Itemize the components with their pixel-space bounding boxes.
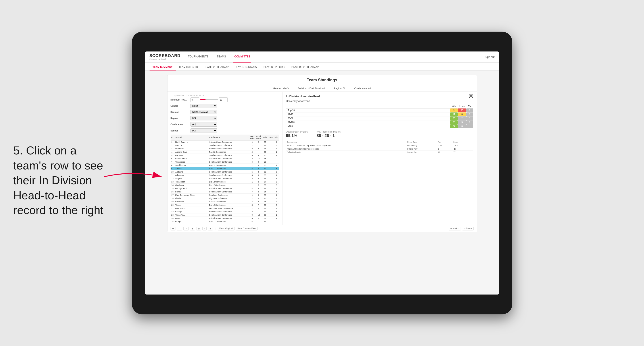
tournament-pos: Loss xyxy=(437,144,452,147)
watch-button[interactable]: 👁 Watch xyxy=(449,227,461,230)
nav-committee[interactable]: COMMITTEE xyxy=(234,51,251,62)
division-select[interactable]: NCAA Division I xyxy=(190,110,217,114)
tournaments-table: Tournament Event Type Pos Score Jackson … xyxy=(286,140,473,154)
row-num: 1 xyxy=(170,141,174,144)
win: 1 xyxy=(274,213,279,217)
slider-bar[interactable] xyxy=(200,99,218,100)
sub-nav-team-h2h-grid[interactable]: TEAM H2H GRID xyxy=(176,64,201,70)
table-row[interactable]: 8 Washington Pac-12 Conference 2 8 23 1 xyxy=(170,164,279,167)
table-row[interactable]: 9 Arizona Pac-12 Conference 5 8 22 3 xyxy=(170,167,279,170)
h2h-range: 26-50 xyxy=(286,116,450,120)
gender-select[interactable]: Men's xyxy=(190,104,217,108)
table-row[interactable]: 21 New Mexico Mountain West Conference 1… xyxy=(170,207,279,210)
sub-nav-team-h2h-heatmap[interactable]: TEAM H2H HEATMAP xyxy=(201,64,232,70)
table-row[interactable]: 2 Auburn Southeastern Conference 1 27 6 xyxy=(170,144,279,147)
tour xyxy=(268,213,274,217)
tour xyxy=(268,217,274,220)
col-num: # xyxy=(170,135,174,141)
table-row[interactable]: 15 Georgia Tech Atlantic Coast Conferenc… xyxy=(170,187,279,190)
sub-nav-player-summary[interactable]: PLAYER SUMMARY xyxy=(232,64,260,70)
school-name: East Tennessee State xyxy=(174,193,208,197)
conf-rank: 8 xyxy=(256,193,262,197)
h2h-tie: 0 xyxy=(466,109,473,112)
forward-button[interactable]: → xyxy=(184,227,189,230)
win: 2 xyxy=(274,200,279,203)
share-icon: ↗ xyxy=(464,227,466,230)
table-row[interactable]: 6 Florida State Atlantic Coast Conferenc… xyxy=(170,157,279,161)
tournament-score: -17 xyxy=(452,147,473,151)
h2h-win: 20 xyxy=(450,120,458,124)
table-row[interactable]: 18 Illinois Big Ten Conference 1 9 23 3 xyxy=(170,197,279,200)
conference-name: Southeastern Conference xyxy=(208,170,249,174)
h2h-close-button[interactable]: ✕ xyxy=(469,94,473,98)
max-rounds-input[interactable] xyxy=(219,97,228,102)
table-row[interactable]: 17 East Tennessee State Southern Confere… xyxy=(170,193,279,197)
win: 3 xyxy=(274,167,279,170)
row-num: 2 xyxy=(170,144,174,147)
download-button[interactable]: ↓ xyxy=(202,227,207,230)
watch-label: Watch xyxy=(453,227,459,230)
sub-nav-player-h2h-heatmap[interactable]: PLAYER H2H HEATMAP xyxy=(288,64,322,70)
table-row[interactable]: 13 Texas Tech Big 12 Conference 1 9 27 2 xyxy=(170,180,279,183)
table-row[interactable]: 16 Florida Southeastern Conference 7 9 2… xyxy=(170,190,279,193)
share-button[interactable]: ↗ Share xyxy=(462,227,474,230)
table-row[interactable]: 5 Ole Miss Southeastern Conference 3 6 1… xyxy=(170,154,279,157)
sub-nav-player-h2h-grid[interactable]: PLAYER H2H GRID xyxy=(260,64,288,70)
h2h-win: 3 xyxy=(450,109,458,112)
conf-rank: 6 xyxy=(256,154,262,157)
filter-division: Division: NCAA Division I xyxy=(298,87,325,90)
record-value: 86 - 26 - 1 xyxy=(316,134,341,138)
back-button[interactable]: ← xyxy=(177,227,182,230)
opponents-label: Opponents in division: xyxy=(286,131,308,133)
sub-nav-team-summary[interactable]: TEAM SUMMARY xyxy=(150,64,176,70)
table-row[interactable]: 24 Duke Atlantic Coast Conference 5 9 27… xyxy=(170,217,279,220)
nav-teams[interactable]: TEAMS xyxy=(216,51,227,62)
conference-name: Southeastern Conference xyxy=(208,144,249,147)
conf-rank: 8 xyxy=(256,164,262,167)
table-row[interactable]: 12 Virginia Atlantic Coast Conference 3 … xyxy=(170,177,279,180)
update-time: Update time: 27/03/2024 15:56:26 xyxy=(170,93,279,97)
conference-name: Pac-12 Conference xyxy=(208,164,249,167)
nav-tournaments[interactable]: TOURNAMENTS xyxy=(187,51,209,62)
conference-select[interactable]: (All) xyxy=(190,122,217,127)
grid-button-1[interactable]: ⊞ xyxy=(190,227,195,230)
school-filter: School (All) xyxy=(170,128,279,133)
watch-icon: 👁 xyxy=(450,227,452,230)
undo-button[interactable]: ↺ xyxy=(170,227,176,230)
reg-rank: 5 xyxy=(249,167,256,170)
rds: 22 xyxy=(262,187,268,190)
left-section: Update time: 27/03/2024 15:56:26 Minimum… xyxy=(168,92,282,225)
view-original-button[interactable]: View: Original xyxy=(218,227,234,230)
table-row[interactable]: 25 Oregon Pac-12 Conference 5 7 21 xyxy=(170,220,279,223)
table-row[interactable]: 1 North Carolina Atlantic Coast Conferen… xyxy=(170,141,279,144)
region-select[interactable]: N/A xyxy=(190,116,217,120)
table-row[interactable]: 20 Texas Big 12 Conference 3 7 20 2 xyxy=(170,203,279,207)
table-row[interactable]: 10 Alabama Southeastern Conference 5 8 2… xyxy=(170,170,279,174)
table-row[interactable]: 23 Texas A&M Southeastern Conference 9 1… xyxy=(170,213,279,217)
min-rounds-input[interactable] xyxy=(190,97,199,102)
rds: 20 xyxy=(262,203,268,207)
table-row[interactable]: 7 Tennessee Southeastern Conference 4 6 … xyxy=(170,161,279,164)
panel-body: Update time: 27/03/2024 15:56:26 Minimum… xyxy=(168,92,477,225)
table-row[interactable]: 4 Arizona State Pac-12 Conference 4 26 1 xyxy=(170,151,279,154)
logo-subtitle: Powered by clippd xyxy=(150,58,180,60)
rds: 27 xyxy=(262,144,268,147)
table-row[interactable]: 11 Arkansas Southeastern Conference 6 8 … xyxy=(170,174,279,177)
tour xyxy=(268,141,274,144)
school-name: Illinois xyxy=(174,197,208,200)
grid-button-2[interactable]: ⊞ xyxy=(196,227,201,230)
save-custom-view-button[interactable]: Save Custom View xyxy=(236,227,258,230)
table-row[interactable]: 19 California Pac-12 Conference 4 8 24 2 xyxy=(170,200,279,203)
gender-filter: Gender Men's xyxy=(170,104,279,108)
conf-rank: 9 xyxy=(256,197,262,200)
win: 1 xyxy=(274,210,279,213)
table-row[interactable]: 3 Vanderbilt Southeastern Conference 2 8… xyxy=(170,147,279,151)
table-row[interactable]: 22 Georgia Southeastern Conference 8 7 2… xyxy=(170,210,279,213)
add-button[interactable]: ⊕ xyxy=(208,227,213,230)
sign-out[interactable]: Sign out xyxy=(481,55,494,59)
panel-filters: Gender: Men's Division: NCAA Division I … xyxy=(168,85,477,92)
filter-division-value: NCAA Division I xyxy=(308,87,325,90)
school-select[interactable]: (All) xyxy=(190,128,217,133)
reg-rank: 6 xyxy=(249,174,256,177)
table-row[interactable]: 14 Oklahoma Big 12 Conference 9 26 2 xyxy=(170,183,279,187)
